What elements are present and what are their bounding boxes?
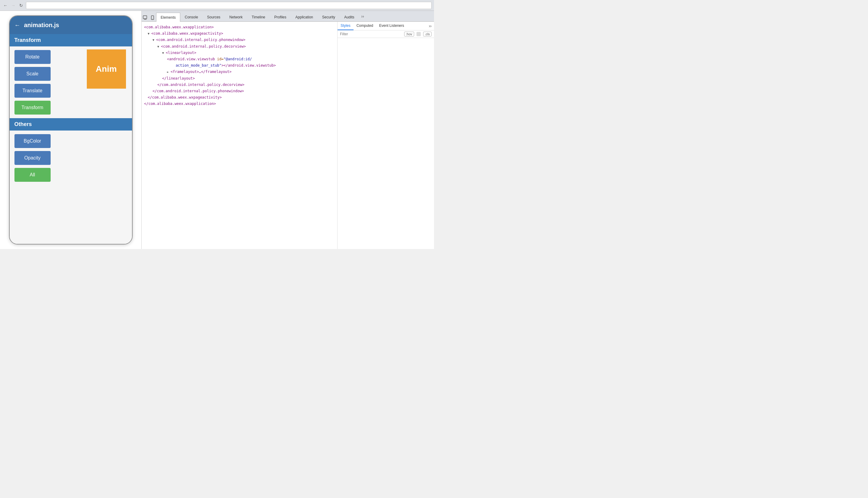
tag-open: <com.alibaba.weex.wxpageactivity> [151, 31, 223, 36]
dom-line[interactable]: ▼<com.android.internal.policy.decorview> [142, 43, 337, 50]
svg-point-3 [152, 19, 153, 19]
attr-value: action_mode_bar_stub" [167, 63, 222, 67]
others-buttons-area: BgColor Opacity All [10, 131, 132, 185]
opacity-button[interactable]: Opacity [14, 151, 51, 165]
tag-open: ></android.view.viewstub> [222, 63, 276, 67]
styles-filter-bar: :hov .cls [337, 30, 434, 38]
styles-panel: Styles Computed Event Listeners ›› :hov … [337, 22, 434, 249]
anim-box: Anim [87, 50, 126, 89]
transform-section-header: Transform [10, 34, 132, 47]
rotate-button[interactable]: Rotate [14, 50, 51, 64]
dom-line[interactable]: </com.alibaba.weex.wxapplication> [142, 101, 337, 107]
tab-console[interactable]: Console [180, 12, 202, 22]
dom-line[interactable]: </com.android.internal.policy.phonewindo… [142, 88, 337, 94]
device-top-bar: ← animation.js [10, 16, 132, 34]
device-icon[interactable] [149, 14, 156, 22]
dom-line[interactable]: ▼<com.alibaba.weex.wxpageactivity> [142, 30, 337, 37]
device-content: Transform Rotate Scale Translate Transfo… [10, 34, 132, 244]
device-frame: ← animation.js Transform Rotate Scale Tr… [0, 11, 142, 249]
tab-computed[interactable]: Computed [353, 22, 376, 30]
device-title: animation.js [24, 22, 59, 29]
tag-close: </com.alibaba.weex.wxpageactivity> [148, 95, 222, 100]
attr-name: id= [217, 57, 224, 61]
dom-line[interactable]: <com.alibaba.weex.wxapplication> [142, 24, 337, 30]
styles-more-icon[interactable]: ›› [426, 24, 434, 28]
tag-open: <com.android.internal.policy.decorview> [161, 44, 246, 49]
mobile-device: ← animation.js Transform Rotate Scale Tr… [9, 15, 133, 245]
dom-line[interactable]: ►<framelayout>…</framelayout> [142, 69, 337, 75]
transform-button[interactable]: Transform [14, 101, 51, 115]
svg-rect-0 [143, 16, 147, 19]
translate-button[interactable]: Translate [14, 84, 51, 98]
device-back-arrow[interactable]: ← [14, 22, 21, 29]
tab-application[interactable]: Application [291, 12, 318, 22]
dom-line[interactable]: <android.view.viewstub id="@android:id/ [142, 56, 337, 62]
filter-hov-badge[interactable]: :hov [404, 32, 414, 37]
tab-sources[interactable]: Sources [202, 12, 225, 22]
tag-close: </com.android.internal.policy.phonewindo… [152, 89, 244, 93]
filter-cls-badge[interactable]: .cls [423, 32, 432, 37]
dom-line[interactable]: ▼<linearlayout> [142, 50, 337, 56]
address-bar[interactable] [26, 2, 431, 9]
tag-close: </com.android.internal.policy.decorview> [157, 82, 244, 87]
tag-open: <com.android.internal.policy.phonewindow… [156, 38, 245, 42]
dom-line[interactable]: </com.android.internal.policy.decorview> [142, 82, 337, 88]
dom-panel: <com.alibaba.weex.wxapplication> ▼<com.a… [142, 22, 337, 249]
filter-input[interactable] [340, 32, 402, 36]
tab-network[interactable]: Network [225, 12, 247, 22]
transform-buttons-area: Rotate Scale Translate Transform Anim [10, 47, 132, 118]
tab-security[interactable]: Security [318, 12, 340, 22]
attr-value: "@android:id/ [224, 57, 252, 61]
filter-dot-icon[interactable] [416, 32, 421, 36]
dom-line[interactable]: ▼<com.android.internal.policy.phonewindo… [142, 37, 337, 43]
browser-bar: ← → ↻ [0, 0, 434, 11]
dom-line[interactable]: action_mode_bar_stub"></android.view.vie… [142, 62, 337, 69]
tab-audits[interactable]: Audits [340, 12, 359, 22]
dom-line[interactable]: </com.alibaba.weex.wxpageactivity> [142, 94, 337, 101]
styles-tabs: Styles Computed Event Listeners ›› [337, 22, 434, 30]
devtools-panel: Elements Console Sources Network Timelin… [142, 11, 434, 249]
tab-profiles[interactable]: Profiles [270, 12, 291, 22]
all-button[interactable]: All [14, 168, 51, 182]
main-area: ← animation.js Transform Rotate Scale Tr… [0, 11, 434, 249]
inspect-icon[interactable] [142, 14, 149, 22]
tag-open: <linearlayout> [166, 51, 196, 55]
devtools-more-icon[interactable]: ›› [359, 14, 366, 19]
forward-button[interactable]: → [10, 2, 16, 9]
tag-open: <android.view.viewstub [167, 57, 217, 61]
tab-styles[interactable]: Styles [337, 22, 353, 30]
bgcolor-button[interactable]: BgColor [14, 134, 51, 148]
scale-button[interactable]: Scale [14, 67, 51, 81]
devtools-content: <com.alibaba.weex.wxapplication> ▼<com.a… [142, 22, 434, 249]
tag-close: </com.alibaba.weex.wxapplication> [144, 102, 216, 106]
dom-line[interactable]: </linearlayout> [142, 75, 337, 82]
tag-close: </linearlayout> [162, 76, 195, 80]
back-button[interactable]: ← [2, 2, 9, 9]
devtools-tabs: Elements Console Sources Network Timelin… [142, 11, 434, 22]
tag-open: <com.alibaba.weex.wxapplication> [144, 25, 214, 29]
tab-elements[interactable]: Elements [156, 13, 180, 22]
tag-open: <framelayout>…</framelayout> [171, 70, 231, 74]
tab-timeline[interactable]: Timeline [247, 12, 270, 22]
others-section-header: Others [10, 118, 132, 131]
tab-event-listeners[interactable]: Event Listeners [376, 22, 407, 30]
refresh-button[interactable]: ↻ [18, 2, 24, 9]
